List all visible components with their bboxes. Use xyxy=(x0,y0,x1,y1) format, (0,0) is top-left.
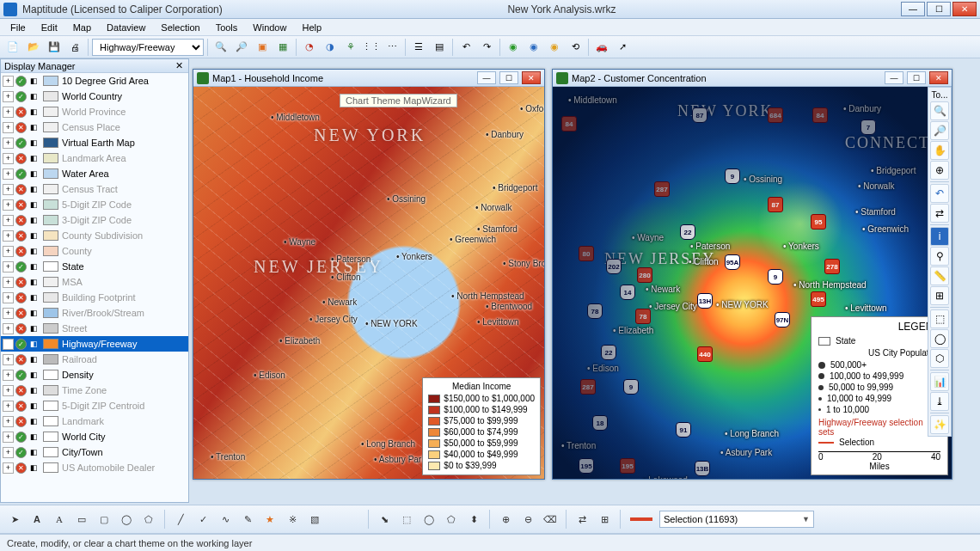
layer-row[interactable]: +✕◧Time Zone xyxy=(1,383,188,398)
layer-row[interactable]: +✕◧Street xyxy=(1,321,188,336)
visibility-toggle[interactable]: ✕ xyxy=(15,184,27,195)
measure-icon[interactable]: 📏 xyxy=(930,266,949,285)
map2-max-button[interactable]: ☐ xyxy=(907,71,926,84)
expand-icon[interactable]: + xyxy=(3,385,14,396)
expand-icon[interactable]: + xyxy=(3,230,14,242)
map2-canvas[interactable]: NEW YORKNEW JERSEYCONNECTICUT• Middletow… xyxy=(553,87,952,479)
select-pointer[interactable]: ⬊ xyxy=(375,510,394,529)
wizard-icon[interactable]: ✨ xyxy=(930,415,949,434)
visibility-toggle[interactable]: ✓ xyxy=(15,261,27,272)
drive-button[interactable]: 🚗 xyxy=(592,38,611,57)
line-tool[interactable]: ╱ xyxy=(171,510,190,529)
visibility-toggle[interactable]: ✕ xyxy=(15,401,27,412)
label-style-button[interactable]: ⋮⋮ xyxy=(362,38,381,57)
visibility-toggle[interactable]: ✓ xyxy=(15,76,27,87)
zoom-full-button[interactable]: ◉ xyxy=(504,38,523,57)
visibility-toggle[interactable]: ✕ xyxy=(15,230,27,242)
expand-icon[interactable]: + xyxy=(3,462,14,474)
select-poly[interactable]: ⬠ xyxy=(442,510,461,529)
layer-row[interactable]: +✕◧3-Digit ZIP Code xyxy=(1,212,188,228)
expand-icon[interactable]: + xyxy=(3,401,14,412)
expand-icon[interactable]: + xyxy=(3,122,14,133)
expand-icon[interactable]: + xyxy=(3,168,14,180)
expand-icon[interactable]: + xyxy=(3,323,14,334)
expand-icon[interactable]: + xyxy=(3,292,14,303)
layer-row[interactable]: +✕◧River/Brook/Stream xyxy=(1,305,188,321)
expand-icon[interactable]: + xyxy=(3,308,14,319)
layer-row[interactable]: +✓◧World City xyxy=(1,429,188,444)
visibility-toggle[interactable]: ✕ xyxy=(15,462,27,474)
prev-view-icon[interactable]: ↶ xyxy=(930,184,949,203)
map2-titlebar[interactable]: Map2 - Customer Concentration — ☐ ✕ xyxy=(553,70,952,87)
expand-icon[interactable]: + xyxy=(3,447,14,458)
zoom-in-button[interactable]: 🔍 xyxy=(211,38,230,57)
menu-edit[interactable]: Edit xyxy=(34,21,64,34)
next-view-icon[interactable]: ⇄ xyxy=(930,204,949,223)
expand-icon[interactable]: + xyxy=(3,339,14,350)
label-toggle[interactable]: ◧ xyxy=(28,416,40,427)
curve-tool[interactable]: ∿ xyxy=(216,510,235,529)
expand-icon[interactable]: + xyxy=(3,153,14,164)
expand-icon[interactable]: + xyxy=(3,184,14,195)
save-button[interactable]: 💾 xyxy=(45,38,64,57)
route-button[interactable]: ➚ xyxy=(613,38,632,57)
theme-button[interactable]: ◔ xyxy=(300,38,319,57)
maximize-button[interactable]: ☐ xyxy=(927,2,951,16)
selection-combo[interactable]: Selection (11693)▼ xyxy=(659,511,814,528)
layer-selector[interactable]: Highway/Freeway xyxy=(92,39,204,56)
label-toggle[interactable]: ◧ xyxy=(28,432,40,443)
layer-row[interactable]: +✕◧Building Footprint xyxy=(1,290,188,305)
label-toggle[interactable]: ◧ xyxy=(28,447,40,458)
layer-row[interactable]: +✓◧Virtual Earth Map xyxy=(1,135,188,150)
select-line[interactable]: ⬍ xyxy=(464,510,483,529)
redo-button[interactable]: ↷ xyxy=(477,38,496,57)
select-circle-icon[interactable]: ◯ xyxy=(930,329,949,348)
label-toggle[interactable]: ◧ xyxy=(28,385,40,396)
visibility-toggle[interactable]: ✕ xyxy=(15,308,27,319)
label-toggle[interactable]: ◧ xyxy=(28,323,40,334)
expand-icon[interactable]: + xyxy=(3,354,14,365)
menu-file[interactable]: File xyxy=(3,21,33,34)
menu-window[interactable]: Window xyxy=(246,21,293,34)
visibility-toggle[interactable]: ✕ xyxy=(15,385,27,396)
menu-tools[interactable]: Tools xyxy=(209,21,245,34)
select-clear[interactable]: ⌫ xyxy=(541,510,560,529)
label-toggle[interactable]: ◧ xyxy=(28,308,40,319)
label-toggle[interactable]: ◧ xyxy=(28,292,40,303)
layer-row[interactable]: +✓◧State xyxy=(1,259,188,274)
freehand-tool[interactable]: ✎ xyxy=(238,510,257,529)
new-button[interactable]: 📄 xyxy=(3,38,22,57)
map1-max-button[interactable]: ☐ xyxy=(499,71,518,84)
label-toggle[interactable]: ◧ xyxy=(28,76,40,87)
layer-row[interactable]: +✕◧US Automobile Dealer xyxy=(1,460,188,475)
label-toggle[interactable]: ◧ xyxy=(28,370,40,381)
expand-icon[interactable]: + xyxy=(3,416,14,427)
layer-row[interactable]: +✕◧Railroad xyxy=(1,352,188,367)
zoom-out-icon[interactable]: 🔎 xyxy=(930,121,949,140)
select-circle[interactable]: ◯ xyxy=(420,510,438,529)
visibility-toggle[interactable]: ✓ xyxy=(15,432,27,443)
map1-titlebar[interactable]: Map1 - Household Income — ☐ ✕ xyxy=(193,70,544,87)
visibility-toggle[interactable]: ✓ xyxy=(15,370,27,381)
label-toggle[interactable]: ◧ xyxy=(28,339,40,350)
star-tool[interactable]: ★ xyxy=(260,510,279,529)
map1-min-button[interactable]: — xyxy=(477,71,496,84)
visibility-toggle[interactable]: ✕ xyxy=(15,292,27,303)
zoom-out-button[interactable]: 🔎 xyxy=(232,38,251,57)
legend-button[interactable]: ☰ xyxy=(409,38,428,57)
expand-icon[interactable]: + xyxy=(3,370,14,381)
label-toggle[interactable]: ◧ xyxy=(28,138,40,149)
select-poly-icon[interactable]: ⬡ xyxy=(930,349,949,368)
menu-dataview[interactable]: Dataview xyxy=(100,21,152,34)
close-button[interactable]: ✕ xyxy=(952,2,977,16)
layer-row[interactable]: +✓◧City/Town xyxy=(1,444,188,460)
print-button[interactable]: 🖨 xyxy=(65,38,84,57)
pointer-tool[interactable]: ➤ xyxy=(5,510,24,529)
layer-row[interactable]: +✕◧World Province xyxy=(1,104,188,119)
visibility-toggle[interactable]: ✕ xyxy=(15,323,27,334)
expand-icon[interactable]: + xyxy=(3,199,14,211)
map2-close-button[interactable]: ✕ xyxy=(929,71,948,84)
label-toggle[interactable]: ◧ xyxy=(28,91,40,102)
coord-icon[interactable]: ⊞ xyxy=(930,286,949,305)
label-toggle[interactable]: ◧ xyxy=(28,184,40,195)
